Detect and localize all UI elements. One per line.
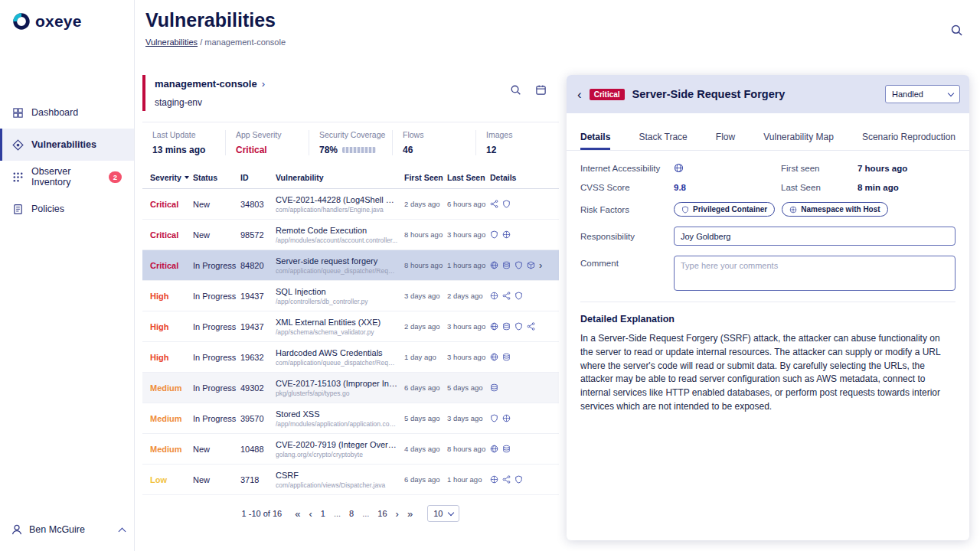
first-seen-value: 7 hours ago [858, 164, 907, 173]
breadcrumb-link[interactable]: Vulnerabilities [145, 37, 198, 47]
status-cell: New [193, 230, 240, 240]
stat-label: Security Coverage [319, 130, 386, 139]
tab-stack-trace[interactable]: Stack Trace [639, 126, 687, 150]
details-icons[interactable] [490, 445, 539, 453]
handled-status-select[interactable]: Handled [885, 85, 960, 103]
back-button[interactable]: ‹ [577, 88, 582, 101]
sort-caret-icon [185, 176, 189, 179]
row-chevron-icon[interactable]: › [539, 259, 550, 271]
risk-factors-label: Risk Factors [580, 205, 674, 214]
id-cell: 39570 [240, 414, 276, 423]
table-row[interactable]: High In Progress 19632 Hardcoded AWS Cre… [142, 342, 559, 373]
divider [580, 302, 956, 302]
sidebar-item-dashboard[interactable]: Dashboard [0, 96, 134, 129]
vulnerability-cell: Hardcoded AWS Credentialscom/application… [276, 348, 404, 367]
details-icons[interactable] [490, 200, 539, 208]
vulnerability-cell: Server-side request forgerycom/applicati… [276, 256, 404, 275]
last-seen-value: 8 min ago [858, 183, 899, 192]
sidebar-item-label: Dashboard [31, 107, 78, 118]
column-vulnerability[interactable]: Vulnerability [276, 173, 404, 182]
responsibility-input[interactable] [674, 227, 956, 246]
column-first-seen[interactable]: First Seen [404, 173, 447, 182]
vulnerability-cell: SQL Injection/app/controllers/db_control… [276, 287, 404, 305]
tab-flow[interactable]: Flow [716, 126, 735, 150]
next-page-button[interactable]: › [396, 508, 399, 520]
stat-last-update: Last Update 13 mins ago [142, 130, 226, 155]
column-id[interactable]: ID [240, 173, 276, 182]
page-number-16[interactable]: 16 [377, 509, 387, 518]
app-name-row[interactable]: management-console › [155, 78, 559, 90]
id-cell: 19632 [240, 353, 276, 362]
details-icons[interactable] [490, 475, 539, 484]
details-icons[interactable] [490, 292, 539, 300]
table-row[interactable]: Medium New 10488 CVE-2020-7919 (Integer … [142, 434, 559, 465]
column-details[interactable]: Details [490, 173, 539, 182]
table-row[interactable]: Critical New 98572 Remote Code Execution… [142, 220, 559, 250]
tab-vulnerability-map[interactable]: Vulnerability Map [763, 126, 834, 150]
tab-scenario-reproduction[interactable]: Scenario Reproduction [862, 126, 956, 150]
table-row[interactable]: Medium In Progress 49302 CVE-2017-15103 … [142, 373, 559, 403]
table-search-icon[interactable] [510, 84, 521, 96]
prev-page-button[interactable]: ‹ [309, 508, 312, 520]
collapse-chevron-icon[interactable] [119, 527, 126, 535]
first-seen-cell: 6 days ago [404, 475, 447, 484]
severity-cell: Low [150, 475, 193, 484]
risk-chip-privileged-container[interactable]: Privileged Container [674, 202, 775, 217]
details-icons[interactable] [490, 230, 539, 239]
first-seen-cell: 1 day ago [404, 353, 447, 361]
severity-cell: Critical [150, 261, 193, 270]
responsibility-label: Responsibility [580, 232, 674, 241]
column-severity[interactable]: Severity [150, 173, 193, 182]
globe-icon [490, 353, 498, 361]
column-status[interactable]: Status [193, 173, 240, 182]
severity-badge: Critical [590, 89, 625, 100]
column-last-seen[interactable]: Last Seen [447, 173, 490, 182]
details-icons[interactable] [490, 261, 539, 269]
last-seen-cell: 3 hours ago [447, 230, 490, 239]
global-search-button[interactable] [950, 23, 963, 37]
share-icon [502, 292, 511, 300]
last-seen-cell: 8 hours ago [447, 445, 490, 453]
coverage-progress-bar [342, 147, 376, 153]
details-icons[interactable] [490, 383, 539, 392]
comment-textarea[interactable] [674, 256, 956, 291]
user-menu[interactable]: Ben McGuire [11, 523, 125, 536]
page-number-8[interactable]: 8 [349, 509, 354, 518]
first-page-button[interactable]: « [295, 508, 300, 520]
table-header: Severity Status ID Vulnerability First S… [142, 164, 559, 189]
table-row-selected[interactable]: Critical In Progress 84820 Server-side r… [142, 250, 559, 281]
user-name: Ben McGuire [29, 524, 85, 535]
page-size-select[interactable]: 10 [427, 505, 459, 522]
table-row[interactable]: Medium In Progress 39570 Stored XSS/app/… [142, 403, 559, 434]
page-number-1[interactable]: 1 [321, 509, 325, 518]
details-icons[interactable] [490, 414, 539, 422]
tab-details[interactable]: Details [580, 126, 610, 150]
sidebar-item-vulnerabilities[interactable]: Vulnerabilities [0, 129, 134, 161]
table-row[interactable]: High In Progress 19437 SQL Injection/app… [142, 281, 559, 311]
calendar-icon[interactable] [535, 84, 547, 96]
registry-icon [490, 383, 498, 392]
first-seen-cell: 4 days ago [404, 445, 447, 453]
last-seen-cell: 3 hours ago [447, 322, 490, 331]
vulnerability-cell: Stored XSS/app/modules/application/appli… [276, 409, 404, 428]
registry-icon [502, 353, 511, 361]
policies-icon [12, 204, 24, 215]
table-row[interactable]: Critical New 34803 CVE-2021-44228 (Log4S… [142, 189, 559, 220]
details-icons[interactable] [490, 353, 539, 361]
globe-icon [674, 163, 684, 173]
table-row[interactable]: High In Progress 19437 XML External Enti… [142, 311, 559, 342]
sidebar-item-label: Observer Inventory [31, 166, 100, 187]
sidebar-item-policies[interactable]: Policies [0, 193, 134, 225]
app-vulnerabilities-panel: management-console › staging-env Last Up… [142, 75, 559, 522]
id-cell: 19437 [240, 322, 276, 331]
risk-chip-namespace-with-host[interactable]: Namespace with Host [782, 202, 887, 217]
last-seen-cell: 2 days ago [447, 292, 490, 300]
pagination-range: 1 -10 of 16 [242, 509, 283, 518]
pagination-ellipsis: ... [362, 509, 369, 518]
status-cell: In Progress [193, 353, 240, 362]
table-row[interactable]: Low New 3718 CSRFcom/application/views/D… [142, 465, 559, 495]
last-page-button[interactable]: » [407, 508, 413, 520]
details-icons[interactable] [490, 322, 539, 331]
shield-icon [681, 206, 689, 214]
sidebar-item-observer-inventory[interactable]: Observer Inventory 2 [0, 161, 134, 193]
